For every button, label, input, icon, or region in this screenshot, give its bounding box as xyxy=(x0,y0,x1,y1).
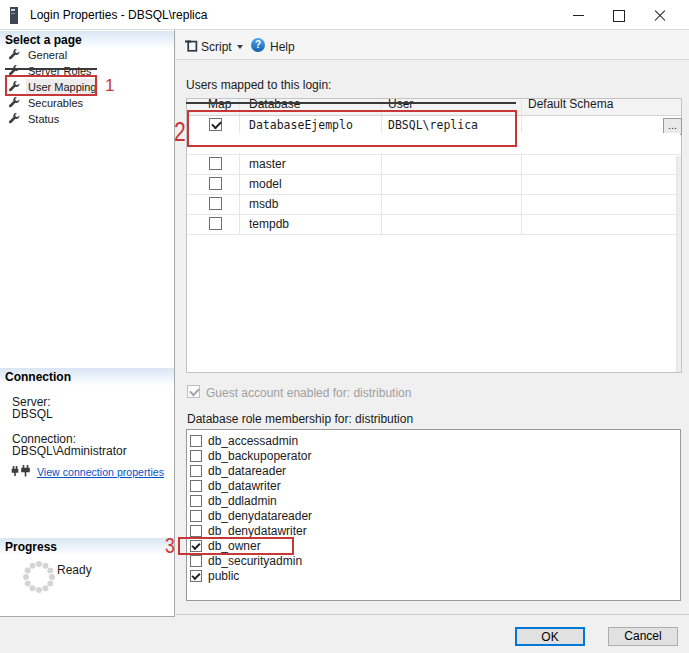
annotation-line-2 xyxy=(186,102,516,104)
window-title: Login Properties - DBSQL\replica xyxy=(30,8,207,22)
help-icon[interactable]: ? xyxy=(251,38,265,52)
role-item-db_ddladmin[interactable]: db_ddladmin xyxy=(187,494,680,509)
cancel-button[interactable]: Cancel xyxy=(608,627,678,646)
table-scrollbar[interactable] xyxy=(676,156,681,372)
role-item-db_backupoperator[interactable]: db_backupoperator xyxy=(187,449,680,464)
script-dropdown-arrow[interactable] xyxy=(237,45,243,49)
role-item-db_datareader[interactable]: db_datareader xyxy=(187,464,680,479)
wrench-icon xyxy=(8,49,20,61)
sidebar-page-status[interactable]: Status xyxy=(0,111,174,127)
database-cell: model xyxy=(249,174,282,194)
database-cell: master xyxy=(249,154,286,174)
sidebar-page-securables[interactable]: Securables xyxy=(0,95,174,111)
role-item-db_denydatareader[interactable]: db_denydatareader xyxy=(187,509,680,524)
guest-account-label: Guest account enabled for: distribution xyxy=(206,386,411,400)
role-name: db_securityadmin xyxy=(208,554,302,569)
role-name: db_denydatareader xyxy=(208,509,312,524)
role-checkbox[interactable] xyxy=(190,495,202,507)
database-cell: msdb xyxy=(249,194,278,214)
close-button[interactable] xyxy=(640,0,680,30)
annotation-number-3: 3 xyxy=(165,533,175,559)
window-icon xyxy=(10,7,18,24)
role-name: db_ddladmin xyxy=(208,494,277,509)
annotation-box-2 xyxy=(187,110,517,147)
maximize-button[interactable] xyxy=(598,0,638,30)
annotation-number-1: 1 xyxy=(105,76,114,96)
footer-divider xyxy=(176,614,689,615)
connection-properties-icon xyxy=(11,465,31,482)
role-checkbox[interactable] xyxy=(190,525,202,537)
users-mapped-label: Users mapped to this login: xyxy=(186,78,331,92)
annotation-box-1 xyxy=(5,75,97,96)
progress-spinner-icon xyxy=(36,574,42,580)
role-membership-label: Database role membership for: distributi… xyxy=(187,412,413,426)
view-connection-properties-link[interactable]: View connection properties xyxy=(37,466,164,478)
role-checkbox[interactable] xyxy=(190,480,202,492)
annotation-number-2: 2 xyxy=(174,117,186,148)
database-cell: tempdb xyxy=(249,214,289,234)
title-bar: Login Properties - DBSQL\replica xyxy=(0,0,689,30)
role-checkbox[interactable] xyxy=(190,510,202,522)
role-item-db_accessadmin[interactable]: db_accessadmin xyxy=(187,434,680,449)
wrench-icon xyxy=(8,113,20,125)
mapping-row-tempdb[interactable]: tempdb xyxy=(187,214,681,234)
role-checkbox[interactable] xyxy=(190,555,202,567)
sidebar-page-general[interactable]: General xyxy=(0,47,174,63)
guest-account-checkbox xyxy=(187,385,200,398)
progress-status: Ready xyxy=(57,563,92,577)
page-label: Securables xyxy=(28,95,83,111)
role-name: db_backupoperator xyxy=(208,449,311,464)
role-name: db_datareader xyxy=(208,464,286,479)
connection-value: DBSQL\Administrator xyxy=(12,444,127,458)
role-checkbox[interactable] xyxy=(190,570,202,582)
role-name: public xyxy=(208,569,239,584)
progress-header: Progress xyxy=(0,538,174,555)
wrench-icon xyxy=(8,97,20,109)
role-item-db_datawriter[interactable]: db_datawriter xyxy=(187,479,680,494)
connection-header: Connection xyxy=(0,368,174,385)
server-value: DBSQL xyxy=(12,407,53,421)
role-checkbox[interactable] xyxy=(190,465,202,477)
mapping-row-model[interactable]: model xyxy=(187,174,681,194)
annotation-box-3 xyxy=(178,537,294,555)
role-membership-list: db_accessadmindb_backupoperatordb_datare… xyxy=(186,429,681,601)
help-button[interactable]: Help xyxy=(270,40,295,54)
role-name: db_accessadmin xyxy=(208,434,298,449)
page-label: General xyxy=(28,47,67,63)
map-checkbox[interactable] xyxy=(209,217,222,230)
role-name: db_datawriter xyxy=(208,479,281,494)
ok-button[interactable]: OK xyxy=(515,627,585,646)
page-label: Status xyxy=(28,111,59,127)
mapping-row-master[interactable]: master xyxy=(187,154,681,174)
map-checkbox[interactable] xyxy=(209,157,222,170)
role-checkbox[interactable] xyxy=(190,435,202,447)
select-a-page-header: Select a page xyxy=(0,31,174,48)
script-button[interactable]: Script xyxy=(201,40,232,54)
map-checkbox[interactable] xyxy=(209,197,222,210)
sidebar: Select a page GeneralServer RolesUser Ma… xyxy=(0,30,175,617)
minimize-button[interactable] xyxy=(558,0,598,30)
mapping-row-msdb[interactable]: msdb xyxy=(187,194,681,214)
script-icon[interactable] xyxy=(184,39,198,56)
role-item-public[interactable]: public xyxy=(187,569,680,584)
map-checkbox[interactable] xyxy=(209,177,222,190)
role-checkbox[interactable] xyxy=(190,450,202,462)
role-item-db_securityadmin[interactable]: db_securityadmin xyxy=(187,554,680,569)
annotation-line-1 xyxy=(5,68,97,70)
